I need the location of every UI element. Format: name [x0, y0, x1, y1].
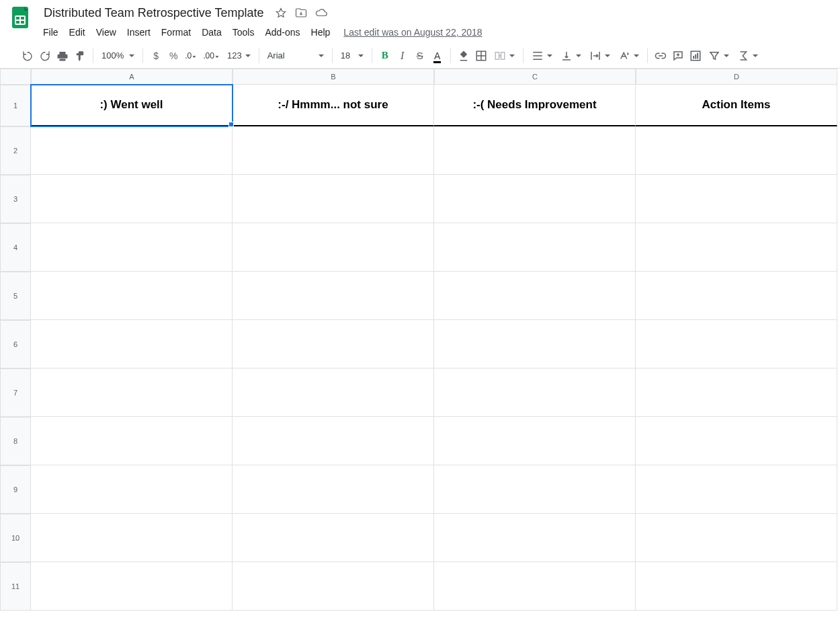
menu-addons[interactable]: Add-ons: [259, 24, 305, 40]
row-header-10[interactable]: 10: [0, 514, 31, 562]
row-header-6[interactable]: 6: [0, 320, 31, 368]
column-header-B[interactable]: B: [233, 69, 434, 85]
insert-link-icon[interactable]: [652, 47, 669, 65]
cell-C5[interactable]: [434, 272, 636, 320]
column-header-D[interactable]: D: [636, 69, 837, 85]
spreadsheet-grid[interactable]: A B C D 1 :) Went well :-/ Hmmm... not s…: [0, 69, 840, 611]
cell-A8[interactable]: [31, 417, 233, 465]
paint-format-icon[interactable]: [71, 47, 89, 65]
cell-A1[interactable]: :) Went well: [31, 85, 233, 126]
menu-view[interactable]: View: [91, 24, 122, 40]
bold-button[interactable]: B: [376, 47, 394, 65]
redo-icon[interactable]: [36, 47, 54, 65]
cell-B7[interactable]: [233, 368, 434, 417]
merge-cells-icon[interactable]: [490, 47, 519, 65]
menu-insert[interactable]: Insert: [122, 24, 156, 40]
row-header-2[interactable]: 2: [0, 126, 31, 175]
cell-A3[interactable]: [31, 175, 233, 223]
functions-icon[interactable]: [733, 47, 762, 65]
cloud-status-icon[interactable]: [314, 6, 328, 20]
cell-A7[interactable]: [31, 368, 233, 417]
cell-C8[interactable]: [434, 417, 636, 465]
cell-B9[interactable]: [233, 465, 434, 514]
vertical-align-icon[interactable]: [556, 47, 585, 65]
cell-D9[interactable]: [636, 465, 837, 514]
cell-D7[interactable]: [636, 368, 837, 417]
cell-C4[interactable]: [434, 223, 636, 272]
font-size-select[interactable]: 18: [337, 47, 368, 65]
cell-A11[interactable]: [31, 562, 233, 611]
cell-C9[interactable]: [434, 465, 636, 514]
menu-tools[interactable]: Tools: [227, 24, 260, 40]
cell-D4[interactable]: [636, 223, 837, 272]
horizontal-align-icon[interactable]: [528, 47, 556, 65]
cell-D6[interactable]: [636, 320, 837, 368]
app-logo-icon[interactable]: [7, 4, 34, 31]
row-header-8[interactable]: 8: [0, 417, 31, 465]
format-as-currency[interactable]: $: [147, 47, 165, 65]
fill-color-icon[interactable]: [455, 47, 472, 65]
select-all-corner[interactable]: [0, 69, 31, 85]
cell-C10[interactable]: [434, 514, 636, 562]
cell-D2[interactable]: [636, 126, 837, 175]
text-color-button[interactable]: A: [429, 47, 446, 65]
cell-B1[interactable]: :-/ Hmmm... not sure: [233, 85, 434, 126]
cell-D10[interactable]: [636, 514, 837, 562]
cell-C6[interactable]: [434, 320, 636, 368]
cell-D5[interactable]: [636, 272, 837, 320]
cell-B10[interactable]: [233, 514, 434, 562]
document-title[interactable]: Distributed Team Retrospective Template: [40, 3, 267, 22]
cell-B11[interactable]: [233, 562, 434, 611]
column-header-C[interactable]: C: [434, 69, 636, 85]
menu-data[interactable]: Data: [196, 24, 227, 40]
cell-A4[interactable]: [31, 223, 233, 272]
borders-icon[interactable]: [472, 47, 490, 65]
cell-C1[interactable]: :-( Needs Improvement: [434, 85, 636, 126]
menu-format[interactable]: Format: [156, 24, 196, 40]
cell-B5[interactable]: [233, 272, 434, 320]
zoom-select[interactable]: 100%: [97, 48, 138, 64]
cell-D11[interactable]: [636, 562, 837, 611]
cell-A6[interactable]: [31, 320, 233, 368]
row-header-9[interactable]: 9: [0, 465, 31, 514]
italic-button[interactable]: I: [394, 47, 411, 65]
cell-B3[interactable]: [233, 175, 434, 223]
cell-A9[interactable]: [31, 465, 233, 514]
text-wrap-icon[interactable]: [585, 47, 614, 65]
font-family-select[interactable]: Arial: [263, 48, 328, 64]
row-header-1[interactable]: 1: [0, 85, 31, 126]
print-icon[interactable]: [54, 47, 71, 65]
cell-A5[interactable]: [31, 272, 233, 320]
menu-edit[interactable]: Edit: [64, 24, 91, 40]
increase-decimal-icon[interactable]: .00: [200, 47, 223, 65]
cell-C2[interactable]: [434, 126, 636, 175]
cell-B6[interactable]: [233, 320, 434, 368]
cell-C11[interactable]: [434, 562, 636, 611]
text-rotation-icon[interactable]: [614, 47, 643, 65]
format-as-percent[interactable]: %: [165, 47, 182, 65]
cell-D8[interactable]: [636, 417, 837, 465]
number-format-select[interactable]: 123: [223, 47, 255, 65]
cell-B4[interactable]: [233, 223, 434, 272]
row-header-7[interactable]: 7: [0, 368, 31, 417]
cell-D3[interactable]: [636, 175, 837, 223]
filter-icon[interactable]: [704, 47, 733, 65]
cell-C3[interactable]: [434, 175, 636, 223]
column-header-A[interactable]: A: [31, 69, 233, 85]
undo-icon[interactable]: [19, 47, 36, 65]
cell-B2[interactable]: [233, 126, 434, 175]
row-header-11[interactable]: 11: [0, 562, 31, 611]
star-icon[interactable]: [274, 6, 288, 20]
cell-B8[interactable]: [233, 417, 434, 465]
row-header-5[interactable]: 5: [0, 272, 31, 320]
cell-A2[interactable]: [31, 126, 233, 175]
cell-A10[interactable]: [31, 514, 233, 562]
move-to-folder-icon[interactable]: [294, 6, 308, 20]
menu-file[interactable]: File: [40, 24, 64, 40]
row-header-3[interactable]: 3: [0, 175, 31, 223]
menu-help[interactable]: Help: [306, 24, 336, 40]
insert-comment-icon[interactable]: [669, 47, 687, 65]
cell-C7[interactable]: [434, 368, 636, 417]
decrease-decimal-icon[interactable]: .0: [182, 47, 200, 65]
cell-D1[interactable]: Action Items: [636, 85, 837, 126]
